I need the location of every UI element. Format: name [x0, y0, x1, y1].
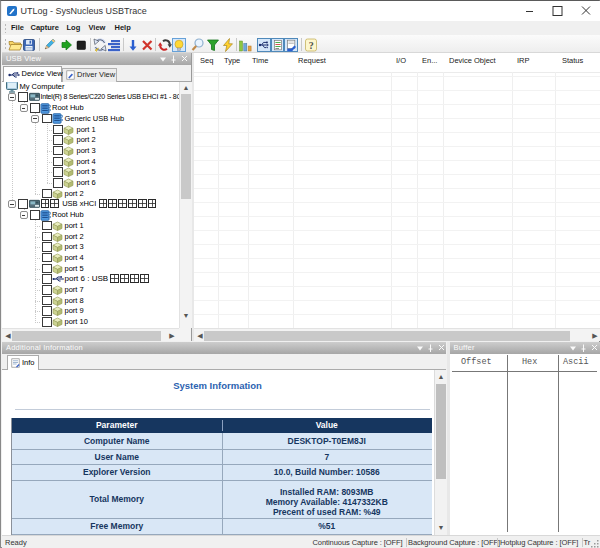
svg-text:?: ?: [309, 39, 314, 50]
